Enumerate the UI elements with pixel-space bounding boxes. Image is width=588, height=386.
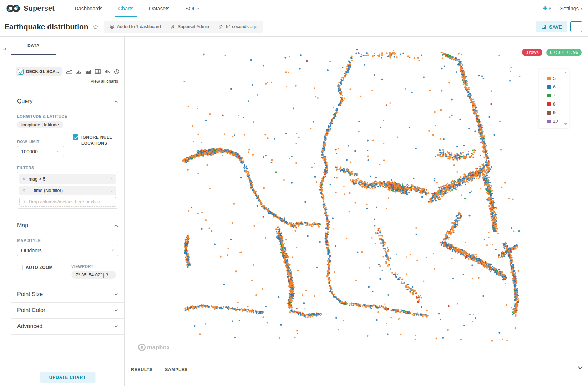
filters-container: × mag > 5 › × __time (No filter) › + Dro… bbox=[17, 172, 118, 209]
chart-header: Earthquake distribution Added to 1 dashb… bbox=[0, 17, 588, 37]
dashboard-icon bbox=[110, 24, 115, 29]
nav-datasets[interactable]: Datasets bbox=[148, 0, 170, 17]
legend-swatch bbox=[547, 77, 551, 80]
legend-scroll-up-icon[interactable] bbox=[564, 72, 567, 73]
legend-swatch bbox=[547, 94, 551, 97]
panel-collapse-rail bbox=[0, 37, 11, 386]
nav-charts[interactable]: Charts bbox=[117, 0, 134, 17]
line-chart-icon[interactable] bbox=[66, 69, 72, 74]
chevron-down-icon bbox=[114, 309, 118, 312]
remove-filter-icon[interactable]: × bbox=[22, 177, 25, 182]
chevron-up-icon bbox=[114, 224, 118, 227]
area-chart-icon[interactable] bbox=[85, 69, 91, 74]
legend-item[interactable]: 8 bbox=[547, 100, 569, 108]
dashboards-meta[interactable]: Added to 1 dashboard bbox=[110, 24, 161, 29]
pie-chart-icon[interactable] bbox=[114, 69, 120, 75]
chevron-down-icon bbox=[111, 249, 114, 252]
chevron-down-icon bbox=[114, 293, 118, 296]
mapbox-attribution[interactable]: mapbox bbox=[138, 344, 170, 351]
tab-data[interactable]: DATA bbox=[11, 37, 56, 55]
superset-logo[interactable]: Superset bbox=[6, 4, 55, 13]
chevron-down-icon: ▾ bbox=[581, 6, 582, 10]
auto-zoom-checkbox[interactable] bbox=[17, 265, 23, 270]
chart-canvas-area: 0 rows 00:00:01.96 5 6 7 8 9 10 mapbox R… bbox=[125, 37, 588, 386]
chevron-down-icon bbox=[114, 325, 118, 328]
remove-filter-icon[interactable]: × bbox=[22, 188, 25, 193]
legend-swatch bbox=[547, 111, 551, 115]
panel-tabbar: DATA bbox=[11, 37, 124, 55]
point-color-section[interactable]: Point Color bbox=[11, 303, 124, 319]
collapse-results-icon[interactable] bbox=[577, 366, 583, 370]
pencil-icon bbox=[218, 24, 223, 29]
legend-item[interactable]: 6 bbox=[547, 83, 569, 91]
last-modified-meta[interactable]: 54 seconds ago bbox=[218, 24, 257, 29]
chart-meta-bar: Added to 1 dashboard Superset Admin 54 s… bbox=[104, 21, 263, 33]
settings-menu[interactable]: Settings ▾ bbox=[560, 6, 582, 11]
superset-infinity-icon bbox=[6, 4, 21, 13]
query-timer-badge: 00:00:01.96 bbox=[546, 49, 582, 56]
map-legend: 5 6 7 8 9 10 bbox=[539, 69, 569, 128]
ignore-null-checkbox[interactable] bbox=[73, 134, 78, 140]
chevron-right-icon: › bbox=[111, 176, 113, 182]
mapbox-icon bbox=[138, 344, 146, 351]
more-actions-button[interactable]: ··· bbox=[570, 21, 582, 32]
map-style-label: MAP STYLE bbox=[17, 238, 118, 243]
table-icon[interactable] bbox=[95, 69, 101, 74]
panel-scroll: DECK.GL SCA... 4k View all charts Query … bbox=[11, 55, 124, 386]
chart-count-badge[interactable]: 4k bbox=[105, 69, 110, 74]
control-panel: DATA DECK.GL SCA... 4k View all charts bbox=[11, 37, 125, 386]
tab-results[interactable]: RESULTS bbox=[131, 367, 153, 377]
row-count-badge: 0 rows bbox=[522, 49, 542, 56]
viewport-pill[interactable]: 7° 35' 54.02" | 3... bbox=[71, 271, 116, 279]
page-title: Earthquake distribution bbox=[4, 22, 88, 31]
legend-swatch bbox=[547, 120, 551, 123]
legend-swatch bbox=[547, 102, 551, 106]
map-section-header[interactable]: Map bbox=[11, 222, 124, 229]
legend-swatch bbox=[547, 85, 551, 89]
legend-scroll-down-icon[interactable] bbox=[564, 123, 567, 125]
map-style-select[interactable]: Outdoors bbox=[17, 245, 118, 256]
advanced-section[interactable]: Advanced bbox=[11, 319, 124, 335]
favorite-star-icon[interactable] bbox=[93, 24, 99, 30]
query-section-header[interactable]: Query bbox=[11, 98, 124, 105]
brand-name: Superset bbox=[24, 4, 55, 12]
save-floppy-icon bbox=[541, 24, 546, 29]
filter-pill-mag[interactable]: × mag > 5 › bbox=[19, 174, 116, 184]
chevron-up-icon bbox=[114, 100, 118, 103]
bar-chart-icon[interactable] bbox=[76, 69, 81, 74]
new-button[interactable]: + ▾ bbox=[543, 4, 551, 12]
dataset-selector[interactable]: DECK.GL SCA... bbox=[16, 67, 62, 76]
update-chart-button[interactable]: UPDATE CHART bbox=[40, 372, 95, 383]
lonlat-label: LONGITUDE & LATITUDE bbox=[17, 114, 118, 118]
nav-sql[interactable]: SQL ▾ bbox=[184, 0, 200, 17]
user-icon bbox=[170, 24, 175, 29]
nav-dashboards[interactable]: Dashboards bbox=[74, 0, 103, 17]
results-panel: RESULTS SAMPLES bbox=[125, 362, 588, 386]
auto-zoom-label: AUTO ZOOM bbox=[26, 265, 53, 271]
filter-pill-time[interactable]: × __time (No filter) › bbox=[19, 186, 116, 195]
dataset-checkbox[interactable] bbox=[18, 69, 24, 75]
chevron-down-icon: ▾ bbox=[549, 6, 551, 10]
tab-samples[interactable]: SAMPLES bbox=[165, 367, 188, 377]
owner-meta[interactable]: Superset Admin bbox=[170, 24, 209, 29]
chevron-right-icon: › bbox=[111, 188, 113, 193]
plus-icon: + bbox=[23, 199, 26, 204]
filters-label: FILTERS bbox=[17, 166, 118, 170]
lonlat-pill[interactable]: longitude | latitude bbox=[17, 121, 63, 128]
collapse-panel-icon[interactable] bbox=[3, 46, 8, 52]
filter-drop-zone[interactable]: + Drop columns/metrics here or click bbox=[19, 197, 116, 207]
viewport-label: VIEWPORT bbox=[71, 264, 118, 269]
chevron-down-icon bbox=[56, 151, 60, 153]
top-nav: Superset Dashboards Charts Datasets SQL … bbox=[0, 0, 588, 17]
legend-item[interactable]: 9 bbox=[547, 108, 569, 117]
view-all-charts-link[interactable]: View all charts bbox=[11, 79, 118, 84]
legend-item[interactable]: 5 bbox=[547, 74, 569, 83]
chevron-down-icon: ▾ bbox=[197, 6, 199, 10]
legend-item[interactable]: 7 bbox=[547, 91, 569, 100]
ignore-null-label: IGNORE NULL LOCATIONS bbox=[81, 134, 116, 157]
save-button[interactable]: SAVE bbox=[536, 21, 567, 32]
map-canvas[interactable] bbox=[125, 37, 588, 362]
point-size-section[interactable]: Point Size bbox=[11, 286, 124, 303]
row-limit-select[interactable]: 100000 bbox=[17, 146, 64, 157]
